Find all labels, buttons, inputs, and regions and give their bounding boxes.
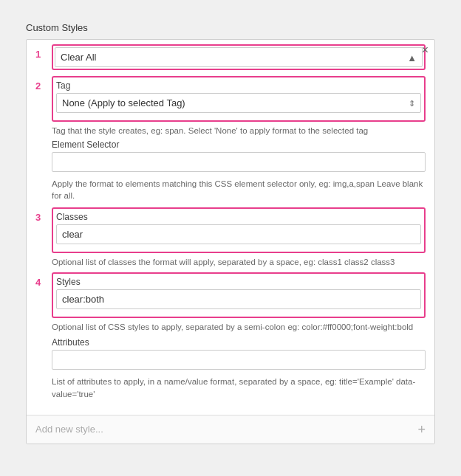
classes-description: Optional list of classes the format will…	[52, 256, 426, 268]
panel-title: Custom Styles	[26, 22, 435, 33]
style-name-highlight-box: ▲	[52, 44, 426, 70]
panel-content: 1 ▲ 2 Tag	[27, 40, 434, 415]
tag-highlight-box: Tag None (Apply to selected Tag) span di…	[52, 76, 426, 122]
classes-highlight-box: Classes	[52, 207, 426, 253]
tag-select-wrapper: None (Apply to selected Tag) span div p …	[56, 93, 421, 113]
add-style-bar[interactable]: Add new style... +	[27, 415, 434, 444]
styles-description: Optional list of CSS styles to apply, se…	[52, 321, 426, 333]
row-4: 4 Styles Optional list of CSS styles to …	[35, 272, 426, 333]
attributes-label: Attributes	[52, 337, 426, 348]
styles-input[interactable]	[56, 289, 421, 309]
attributes-description: List of attributes to apply, in a name/v…	[52, 376, 426, 399]
element-selector-section: Element Selector Apply the format to ele…	[35, 139, 426, 201]
tag-description: Tag that the style creates, eg: span. Se…	[52, 125, 426, 137]
outer-container: Custom Styles × 1 ▲ 2	[15, 15, 446, 452]
row-1: 1 ▲	[35, 44, 426, 73]
style-name-input[interactable]	[55, 47, 423, 67]
row-1-content: ▲	[52, 44, 426, 73]
styles-label: Styles	[56, 277, 421, 287]
element-selector-label: Element Selector	[52, 139, 426, 150]
row-number-4: 4	[35, 272, 52, 288]
tag-label: Tag	[56, 80, 421, 91]
row-3-content: Classes Optional list of classes the for…	[52, 207, 426, 268]
row-number-1: 1	[35, 44, 52, 60]
row-number-3: 3	[35, 207, 52, 223]
tag-select[interactable]: None (Apply to selected Tag) span div p …	[56, 93, 421, 113]
row-number-2: 2	[35, 76, 52, 92]
attributes-input[interactable]	[52, 350, 426, 370]
classes-field-group: Classes	[55, 210, 423, 244]
row-2-content: Tag None (Apply to selected Tag) span di…	[52, 76, 426, 137]
row-3: 3 Classes Optional list of classes the f…	[35, 207, 426, 268]
styles-field-group: Styles	[55, 275, 423, 309]
classes-label: Classes	[56, 212, 421, 222]
tag-field-group: Tag None (Apply to selected Tag) span di…	[55, 79, 423, 113]
style-name-wrapper: ▲	[55, 47, 423, 67]
add-style-icon: +	[417, 423, 426, 436]
classes-input[interactable]	[56, 224, 421, 244]
custom-styles-panel: × 1 ▲ 2	[26, 39, 435, 444]
attributes-section: Attributes List of attributes to apply, …	[35, 337, 426, 399]
styles-highlight-box: Styles	[52, 272, 426, 318]
row-2: 2 Tag None (Apply to selected Tag) span …	[35, 76, 426, 137]
element-selector-description: Apply the format to elements matching th…	[52, 178, 426, 201]
close-button[interactable]: ×	[422, 44, 428, 56]
attributes-group: Attributes	[52, 337, 426, 370]
row-4-content: Styles Optional list of CSS styles to ap…	[52, 272, 426, 333]
element-selector-input[interactable]	[52, 152, 426, 172]
element-selector-group: Element Selector	[52, 139, 426, 172]
add-style-label: Add new style...	[35, 424, 103, 435]
